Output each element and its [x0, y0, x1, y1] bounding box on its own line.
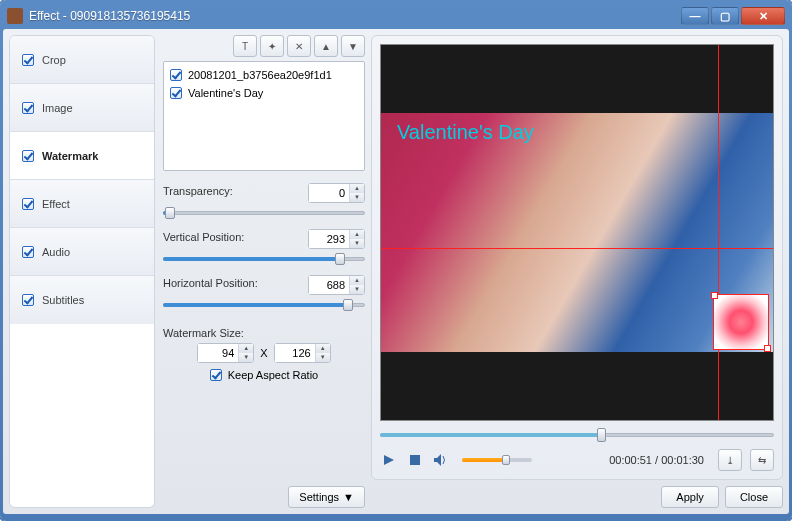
checkbox-icon[interactable]	[170, 87, 182, 99]
chevron-down-icon: ▼	[343, 491, 354, 503]
spin-down-icon[interactable]: ▼	[239, 353, 253, 362]
preview-panel: Valentine's Day 00:00:51 / 00:01:30 ⤓ ⇆	[371, 35, 783, 480]
apply-button[interactable]: Apply	[661, 486, 719, 508]
nav-label: Effect	[42, 198, 70, 210]
delete-watermark-button[interactable]: ✕	[287, 35, 311, 57]
checkbox-icon[interactable]	[22, 54, 34, 66]
horizontal-spinner[interactable]: ▲▼	[308, 275, 365, 295]
move-up-button[interactable]: ▲	[314, 35, 338, 57]
nav-label: Watermark	[42, 150, 98, 162]
player-controls: 00:00:51 / 00:01:30 ⤓ ⇆	[380, 449, 774, 471]
height-input[interactable]	[275, 344, 315, 362]
video-preview[interactable]: Valentine's Day	[380, 44, 774, 421]
vertical-slider[interactable]	[163, 255, 365, 263]
app-icon	[7, 8, 23, 24]
crosshair-vertical	[718, 45, 719, 420]
spin-down-icon[interactable]: ▼	[316, 353, 330, 362]
left-panel: Crop Image Watermark Effect Audio Subtit…	[9, 35, 365, 508]
watermark-panel: T ✦ ✕ ▲ ▼ 20081201_b3756ea20e9f1d1 Valen…	[163, 35, 365, 508]
watermark-selection-box[interactable]	[713, 294, 769, 350]
transparency-label: Transparency:	[163, 185, 233, 197]
nav-label: Image	[42, 102, 73, 114]
checkbox-icon[interactable]	[22, 198, 34, 210]
effect-window: Effect - 090918135736195415 — ▢ ✕ Crop I…	[0, 0, 792, 521]
dialog-footer: Apply Close	[371, 486, 783, 508]
checkbox-icon[interactable]	[22, 102, 34, 114]
width-input[interactable]	[198, 344, 238, 362]
nav-crop[interactable]: Crop	[10, 36, 154, 84]
width-spinner[interactable]: ▲▼	[197, 343, 254, 363]
checkbox-icon[interactable]	[22, 150, 34, 162]
spin-up-icon[interactable]: ▲	[350, 230, 364, 239]
checkbox-icon[interactable]	[22, 294, 34, 306]
maximize-button[interactable]: ▢	[711, 7, 739, 25]
nav-label: Audio	[42, 246, 70, 258]
svg-marker-2	[434, 454, 441, 466]
move-down-button[interactable]: ▼	[341, 35, 365, 57]
spin-down-icon[interactable]: ▼	[350, 193, 364, 202]
spin-up-icon[interactable]: ▲	[239, 344, 253, 353]
progress-bar[interactable]	[380, 431, 774, 439]
window-title: Effect - 090918135736195415	[29, 9, 681, 23]
list-item-label: Valentine's Day	[188, 87, 263, 99]
nav-label: Crop	[42, 54, 66, 66]
play-button[interactable]	[380, 451, 398, 469]
list-item[interactable]: 20081201_b3756ea20e9f1d1	[168, 66, 360, 84]
volume-icon[interactable]	[432, 451, 450, 469]
nav-effect[interactable]: Effect	[10, 180, 154, 228]
category-nav: Crop Image Watermark Effect Audio Subtit…	[9, 35, 155, 508]
settings-button[interactable]: Settings▼	[288, 486, 365, 508]
nav-watermark[interactable]: Watermark	[10, 132, 154, 180]
size-separator: X	[260, 347, 267, 359]
stop-button[interactable]	[406, 451, 424, 469]
svg-marker-0	[384, 455, 394, 465]
compare-button[interactable]: ⇆	[750, 449, 774, 471]
close-button[interactable]: ✕	[741, 7, 785, 25]
transparency-slider[interactable]	[163, 209, 365, 217]
size-label: Watermark Size:	[163, 327, 365, 339]
watermark-text-overlay[interactable]: Valentine's Day	[397, 121, 534, 144]
spin-down-icon[interactable]: ▼	[350, 239, 364, 248]
add-image-watermark-button[interactable]: ✦	[260, 35, 284, 57]
horizontal-slider[interactable]	[163, 301, 365, 309]
nav-audio[interactable]: Audio	[10, 228, 154, 276]
titlebar[interactable]: Effect - 090918135736195415 — ▢ ✕	[3, 3, 789, 29]
close-dialog-button[interactable]: Close	[725, 486, 783, 508]
timecode: 00:00:51 / 00:01:30	[609, 454, 704, 466]
nav-image[interactable]: Image	[10, 84, 154, 132]
vertical-label: Vertical Position:	[163, 231, 244, 243]
settings-label: Settings	[299, 491, 339, 503]
minimize-button[interactable]: —	[681, 7, 709, 25]
transparency-spinner[interactable]: ▲▼	[308, 183, 365, 203]
volume-slider[interactable]	[462, 457, 532, 463]
client-area: Crop Image Watermark Effect Audio Subtit…	[3, 29, 789, 514]
transparency-input[interactable]	[309, 184, 349, 202]
checkbox-icon[interactable]	[170, 69, 182, 81]
spin-up-icon[interactable]: ▲	[350, 276, 364, 285]
keep-aspect-label: Keep Aspect Ratio	[228, 369, 319, 381]
spin-down-icon[interactable]: ▼	[350, 285, 364, 294]
snapshot-button[interactable]: ⤓	[718, 449, 742, 471]
horizontal-label: Horizontal Position:	[163, 277, 258, 289]
spin-up-icon[interactable]: ▲	[350, 184, 364, 193]
crosshair-horizontal	[381, 248, 773, 249]
nav-label: Subtitles	[42, 294, 84, 306]
vertical-input[interactable]	[309, 230, 349, 248]
watermark-list[interactable]: 20081201_b3756ea20e9f1d1 Valentine's Day	[163, 61, 365, 171]
right-panel: Valentine's Day 00:00:51 / 00:01:30 ⤓ ⇆	[371, 35, 783, 508]
add-text-watermark-button[interactable]: T	[233, 35, 257, 57]
nav-subtitles[interactable]: Subtitles	[10, 276, 154, 324]
svg-rect-1	[410, 455, 420, 465]
height-spinner[interactable]: ▲▼	[274, 343, 331, 363]
vertical-spinner[interactable]: ▲▼	[308, 229, 365, 249]
keep-aspect-checkbox[interactable]	[210, 369, 222, 381]
list-item-label: 20081201_b3756ea20e9f1d1	[188, 69, 332, 81]
spin-up-icon[interactable]: ▲	[316, 344, 330, 353]
list-item[interactable]: Valentine's Day	[168, 84, 360, 102]
checkbox-icon[interactable]	[22, 246, 34, 258]
horizontal-input[interactable]	[309, 276, 349, 294]
